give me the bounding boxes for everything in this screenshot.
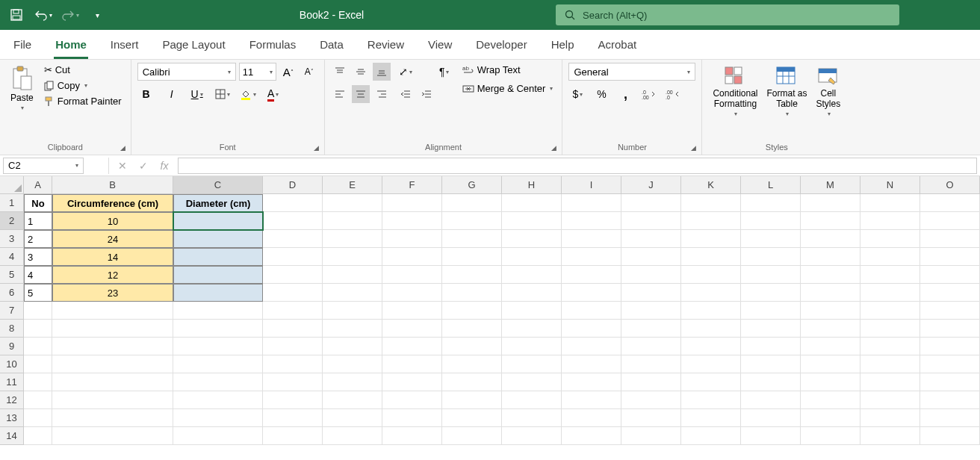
cell-G1[interactable] (442, 194, 502, 212)
cell-O12[interactable] (920, 391, 980, 409)
font-name-combo[interactable]: Calibri▾ (137, 63, 236, 81)
cell-I14[interactable] (562, 427, 621, 445)
col-header-B[interactable]: B (52, 176, 173, 194)
row-header-8[interactable]: 8 (0, 320, 24, 338)
bold-button[interactable]: B (137, 85, 155, 103)
cell-M13[interactable] (801, 409, 860, 427)
cell-H5[interactable] (502, 266, 562, 284)
tab-home[interactable]: Home (54, 32, 88, 59)
cell-A2[interactable]: 1 (24, 212, 52, 230)
cell-F8[interactable] (382, 320, 442, 338)
number-format-combo[interactable]: General▾ (568, 63, 695, 81)
col-header-I[interactable]: I (562, 176, 621, 194)
comma-format-icon[interactable]: , (616, 85, 634, 103)
cell-J10[interactable] (621, 355, 681, 373)
align-left-icon[interactable] (331, 85, 349, 103)
cell-C2[interactable] (173, 212, 263, 230)
cell-J11[interactable] (621, 373, 681, 391)
cell-F5[interactable] (382, 266, 442, 284)
clipboard-launcher-icon[interactable]: ◢ (120, 144, 129, 153)
cell-G3[interactable] (442, 230, 502, 248)
cell-L9[interactable] (741, 338, 801, 355)
row-header-10[interactable]: 10 (0, 355, 24, 373)
search-input[interactable] (583, 10, 890, 21)
cell-G13[interactable] (442, 409, 502, 427)
cell-N4[interactable] (860, 248, 920, 266)
cell-L5[interactable] (741, 266, 801, 284)
cell-L6[interactable] (741, 284, 801, 302)
increase-font-icon[interactable]: A˄ (279, 63, 297, 81)
tab-review[interactable]: Review (366, 32, 406, 59)
cell-D9[interactable] (263, 338, 323, 355)
cell-N10[interactable] (860, 355, 920, 373)
cell-E10[interactable] (323, 355, 382, 373)
cell-G2[interactable] (442, 212, 502, 230)
name-box[interactable]: C2▾ (3, 158, 84, 174)
col-header-K[interactable]: K (681, 176, 741, 194)
col-header-G[interactable]: G (442, 176, 502, 194)
cell-A5[interactable]: 4 (24, 266, 52, 284)
tab-file[interactable]: File (12, 32, 33, 59)
cell-N3[interactable] (860, 230, 920, 248)
redo-icon[interactable]: ▾ (60, 4, 81, 25)
cell-K11[interactable] (681, 373, 741, 391)
cell-M1[interactable] (801, 194, 860, 212)
cell-E7[interactable] (323, 302, 382, 320)
cell-O2[interactable] (920, 212, 980, 230)
cell-A3[interactable]: 2 (24, 230, 52, 248)
cell-B10[interactable] (52, 355, 173, 373)
cell-E14[interactable] (323, 427, 382, 445)
cell-H1[interactable] (502, 194, 562, 212)
decrease-indent-icon[interactable] (397, 85, 415, 103)
number-launcher-icon[interactable]: ◢ (691, 144, 700, 153)
cell-D13[interactable] (263, 409, 323, 427)
cell-N1[interactable] (860, 194, 920, 212)
qat-customize-icon[interactable]: ▾ (87, 4, 108, 25)
cell-J7[interactable] (621, 302, 681, 320)
align-center-icon[interactable] (352, 85, 370, 103)
cell-E6[interactable] (323, 284, 382, 302)
decrease-decimal-icon[interactable]: .00.0 (664, 85, 682, 103)
cell-B3[interactable]: 24 (52, 230, 173, 248)
tab-view[interactable]: View (427, 32, 453, 59)
format-painter-button[interactable]: Format Painter (41, 94, 125, 108)
col-header-O[interactable]: O (920, 176, 980, 194)
row-header-7[interactable]: 7 (0, 302, 24, 320)
cell-B7[interactable] (52, 302, 173, 320)
cell-F11[interactable] (382, 373, 442, 391)
cell-D10[interactable] (263, 355, 323, 373)
cell-N5[interactable] (860, 266, 920, 284)
cell-D12[interactable] (263, 391, 323, 409)
cell-M12[interactable] (801, 391, 860, 409)
cell-F4[interactable] (382, 248, 442, 266)
cell-G4[interactable] (442, 248, 502, 266)
cell-J14[interactable] (621, 427, 681, 445)
cell-K12[interactable] (681, 391, 741, 409)
cell-E1[interactable] (323, 194, 382, 212)
cell-C4[interactable] (173, 248, 263, 266)
undo-icon[interactable]: ▾ (33, 4, 54, 25)
cell-L10[interactable] (741, 355, 801, 373)
row-header-13[interactable]: 13 (0, 409, 24, 427)
cell-G12[interactable] (442, 391, 502, 409)
cell-M2[interactable] (801, 212, 860, 230)
cell-C10[interactable] (173, 355, 263, 373)
format-as-table-button[interactable]: Format as Table▾ (762, 63, 811, 120)
paste-button[interactable]: Paste▾ (6, 63, 38, 114)
cell-I6[interactable] (562, 284, 621, 302)
cell-I2[interactable] (562, 212, 621, 230)
cell-E13[interactable] (323, 409, 382, 427)
cell-N13[interactable] (860, 409, 920, 427)
cell-N8[interactable] (860, 320, 920, 338)
cell-H13[interactable] (502, 409, 562, 427)
row-header-9[interactable]: 9 (0, 338, 24, 355)
cell-D7[interactable] (263, 302, 323, 320)
tab-help[interactable]: Help (550, 32, 576, 59)
cell-I1[interactable] (562, 194, 621, 212)
cell-L13[interactable] (741, 409, 801, 427)
cell-O14[interactable] (920, 427, 980, 445)
cell-J4[interactable] (621, 248, 681, 266)
row-header-4[interactable]: 4 (0, 248, 24, 266)
cell-F12[interactable] (382, 391, 442, 409)
cell-K14[interactable] (681, 427, 741, 445)
